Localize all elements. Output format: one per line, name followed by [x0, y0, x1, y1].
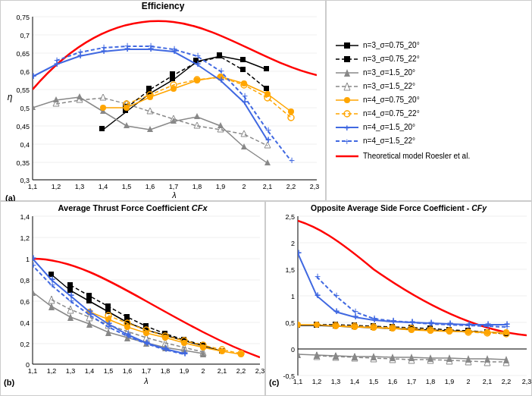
svg-text:+: + — [171, 42, 177, 55]
svg-text:+: + — [49, 278, 55, 291]
svg-text:1,5: 1,5 — [285, 266, 295, 274]
svg-text:1,7: 1,7 — [142, 367, 152, 375]
legend-label-8: Theoretical model Roesler et al. — [363, 152, 470, 160]
svg-text:1,2: 1,2 — [20, 234, 30, 242]
svg-text:1,5: 1,5 — [122, 183, 132, 190]
svg-rect-48 — [170, 71, 175, 77]
svg-text:+: + — [265, 124, 271, 136]
svg-text:+: + — [182, 347, 188, 360]
svg-text:+: + — [30, 259, 36, 271]
svg-text:1,6: 1,6 — [388, 378, 398, 385]
svg-text:+: + — [30, 70, 36, 82]
svg-text:+: + — [144, 337, 150, 349]
svg-text:0,8: 0,8 — [20, 277, 30, 284]
svg-text:2,1: 2,1 — [217, 367, 227, 375]
svg-text:1,1: 1,1 — [28, 367, 38, 375]
svg-point-74 — [100, 105, 106, 111]
svg-text:+: + — [195, 49, 201, 61]
svg-text:+: + — [333, 305, 340, 317]
svg-text:0,4: 0,4 — [20, 319, 30, 327]
svg-text:λ: λ — [171, 190, 176, 200]
svg-text:2,3: 2,3 — [255, 367, 265, 375]
svg-text:1,6: 1,6 — [146, 183, 155, 190]
svg-point-123 — [344, 97, 350, 103]
svg-text:+: + — [218, 64, 224, 77]
svg-text:2,2: 2,2 — [236, 367, 246, 375]
svg-text:1,7: 1,7 — [169, 183, 179, 190]
svg-rect-175 — [86, 293, 92, 298]
svg-rect-0 — [33, 17, 317, 180]
svg-text:+: + — [11, 232, 17, 244]
svg-text:1,9: 1,9 — [445, 378, 455, 385]
main-container: Efficiency — [0, 0, 532, 396]
legend-item-0: n=3_σ=0.75_20° — [336, 40, 522, 51]
svg-text:1,2: 1,2 — [312, 378, 322, 385]
svg-text:+: + — [125, 329, 131, 341]
svg-text:λ: λ — [143, 376, 148, 385]
svg-text:2,2: 2,2 — [502, 378, 512, 385]
svg-text:2: 2 — [201, 367, 205, 375]
svg-marker-66 — [100, 94, 106, 100]
legend-label-0: n=3_σ=0.75_20° — [363, 41, 420, 49]
svg-text:1,9: 1,9 — [216, 183, 226, 190]
svg-text:0,5: 0,5 — [20, 105, 30, 112]
svg-text:+: + — [148, 39, 154, 52]
svg-text:2,5: 2,5 — [285, 213, 295, 221]
svg-text:+: + — [289, 154, 295, 166]
svg-point-314 — [295, 322, 301, 328]
svg-text:+: + — [68, 294, 74, 306]
svg-text:1,5: 1,5 — [104, 367, 114, 375]
legend-label-4: n=4_σ=0.75_20° — [363, 96, 420, 104]
svg-text:+: + — [296, 247, 302, 259]
svg-rect-51 — [240, 67, 246, 72]
svg-text:η: η — [8, 92, 13, 102]
svg-text:1,1: 1,1 — [28, 183, 38, 190]
svg-text:+: + — [409, 316, 415, 328]
svg-text:+: + — [466, 319, 472, 331]
svg-text:+: + — [163, 343, 169, 355]
svg-text:+: + — [315, 289, 321, 301]
svg-point-82 — [288, 108, 294, 115]
svg-text:0,6: 0,6 — [20, 298, 30, 306]
svg-text:0,5: 0,5 — [285, 319, 295, 327]
svg-rect-174 — [67, 282, 73, 288]
svg-point-90 — [288, 115, 294, 121]
legend-panel: n=3_σ=0.75_20° n=3_σ=0.75_22° n=3_σ=1.5_… — [326, 0, 532, 201]
svg-rect-115 — [344, 42, 350, 49]
efficiency-svg: 0,75 0,7 0,65 0,6 0,55 0,5 0,45 0,4 0,35… — [1, 13, 327, 201]
svg-rect-47 — [146, 86, 152, 91]
cfx-chart: Average Thrust Force Coefficient CFx — [0, 201, 265, 396]
svg-text:+: + — [106, 320, 112, 332]
legend-item-8: Theoretical model Roesler et al. — [336, 151, 522, 162]
legend-label-5: n=4_σ=0.75_22° — [363, 109, 420, 118]
svg-marker-60 — [194, 113, 200, 119]
svg-text:1,8: 1,8 — [192, 183, 202, 190]
svg-text:2: 2 — [466, 378, 470, 385]
bottom-row: Average Thrust Force Coefficient CFx — [0, 201, 532, 396]
svg-text:0: 0 — [291, 346, 295, 354]
svg-rect-50 — [217, 53, 222, 58]
svg-text:2,2: 2,2 — [286, 183, 296, 190]
legend-item-1: n=3_σ=0.75_22° — [336, 54, 522, 64]
svg-text:0,35: 0,35 — [16, 159, 30, 167]
svg-text:1,8: 1,8 — [161, 367, 171, 375]
svg-text:1,4: 1,4 — [85, 367, 95, 375]
legend-label-6: n=4_σ=1.5_20° — [363, 123, 415, 131]
svg-rect-176 — [105, 303, 111, 309]
legend-label-1: n=3_σ=0.75_22° — [363, 55, 420, 63]
svg-text:1,3: 1,3 — [331, 378, 341, 385]
svg-text:0,2: 0,2 — [20, 341, 30, 348]
cfy-title: Opposite Average Side Force Coefficient … — [266, 202, 531, 212]
legend-item-5: n=4_σ=0.75_22° — [336, 108, 522, 119]
svg-rect-44 — [240, 57, 246, 62]
svg-text:+: + — [371, 312, 377, 324]
svg-text:1,4: 1,4 — [20, 213, 30, 221]
svg-rect-166 — [86, 298, 92, 303]
svg-marker-182 — [30, 288, 36, 296]
legend-label-2: n=3_σ=1.5_20° — [363, 68, 415, 77]
legend-item-7: + n=4_σ=1.5_22° — [336, 136, 522, 146]
legend-item-4: n=4_σ=0.75_20° — [336, 95, 522, 105]
svg-text:1,6: 1,6 — [123, 367, 133, 375]
svg-text:0,75: 0,75 — [16, 14, 30, 21]
cfx-title: Average Thrust Force Coefficient CFx — [1, 202, 264, 212]
